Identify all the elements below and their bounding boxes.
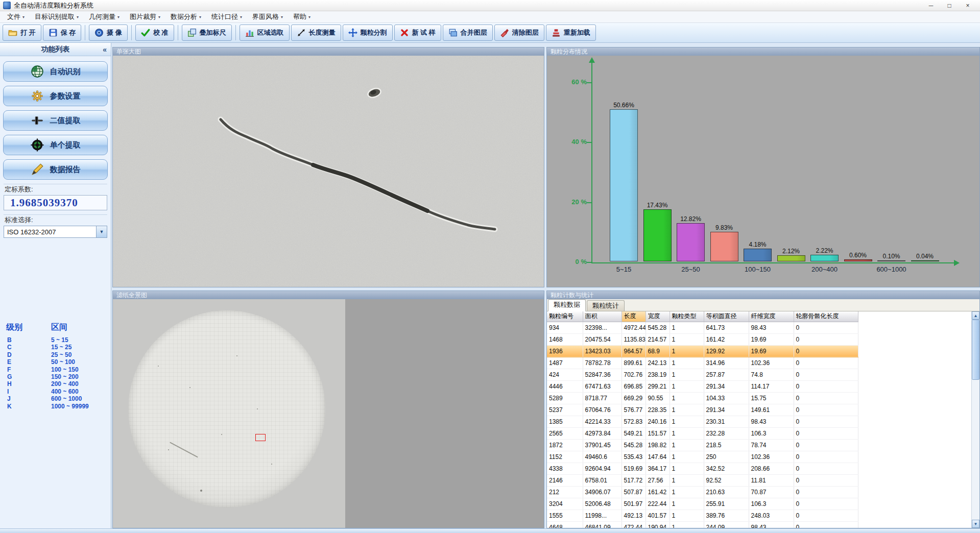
menu-item[interactable]: 目标识别提取 ▾	[30, 11, 84, 22]
menu-item[interactable]: 帮助 ▾	[288, 11, 316, 22]
table-cell: 2565	[547, 427, 583, 439]
table-row[interactable]: 146820475.541135.83214.571161.4219.690	[547, 333, 858, 345]
column-header[interactable]: 长度	[622, 311, 646, 322]
menu-item[interactable]: 文件 ▾	[2, 11, 30, 22]
sidebar-button[interactable]: 参数设置	[3, 86, 108, 106]
table-row[interactable]: 93432398...4972.44545.281641.7398.430	[547, 322, 858, 333]
table-row[interactable]: 256542973.84549.21151.571232.28106.30	[547, 427, 858, 439]
filter-paper-image[interactable]	[128, 310, 325, 507]
selection-rectangle[interactable]	[255, 434, 266, 441]
column-header[interactable]: 宽度	[646, 311, 670, 322]
table-row[interactable]: 523767064.76576.77228.351291.34149.610	[547, 404, 858, 416]
table-row[interactable]: 21466758.01517.7227.56192.5211.810	[547, 474, 858, 486]
toolbar-button[interactable]: 摄 像	[89, 25, 128, 41]
table-cell: 507.87	[622, 486, 646, 498]
toolbar-button[interactable]: 颗粒分割	[343, 25, 393, 41]
table-row[interactable]: 193613423.03964.5768.91129.9219.690	[547, 345, 858, 357]
chevron-down-icon: ▾	[158, 15, 160, 19]
chevron-down-icon: ▾	[199, 15, 201, 19]
tab-颗粒统计[interactable]: 颗粒统计	[587, 300, 625, 311]
table-row[interactable]: 433892604.94519.69364.171342.52208.660	[547, 463, 858, 474]
menu-item[interactable]: 图片裁剪 ▾	[125, 11, 165, 22]
toolbar-button-label: 长度测量	[309, 28, 336, 37]
table-row[interactable]: 444667471.63696.85299.211291.34114.170	[547, 380, 858, 392]
table-row[interactable]: 42452847.36702.76238.191257.8774.80	[547, 369, 858, 380]
table-row[interactable]: 320452006.48501.97222.441255.91106.30	[547, 498, 858, 510]
toolbar-button[interactable]: 长度测量	[291, 25, 341, 41]
table-row[interactable]: 115249460.6535.43147.641250102.360	[547, 451, 858, 463]
table-cell: 232.28	[704, 427, 749, 439]
column-header[interactable]: 面积	[583, 311, 622, 322]
table-cell: 8718.77	[583, 392, 622, 404]
table-row[interactable]: 187237901.45545.28198.821218.578.740	[547, 439, 858, 451]
table-cell: 52006.48	[583, 498, 622, 510]
statistics-panel: 颗粒计数与统计 颗粒数据颗粒统计 颗粒编号面积长度宽度颗粒类型等积圆直径纤维宽度…	[546, 290, 980, 528]
toolbar-button[interactable]: 清除图层	[494, 25, 544, 41]
scroll-down-icon[interactable]: ▼	[972, 520, 979, 528]
param-settings-icon	[31, 89, 44, 103]
sidebar-button[interactable]: 数据报告	[3, 159, 108, 180]
toolbar-button[interactable]: 合并图层	[443, 25, 493, 41]
toolbar-button[interactable]: 校 准	[135, 25, 174, 41]
column-header[interactable]: 颗粒类型	[670, 311, 704, 322]
table-cell: 198.82	[646, 439, 670, 451]
column-header[interactable]: 等积圆直径	[704, 311, 749, 322]
menu-item[interactable]: 几何测量 ▾	[84, 11, 125, 22]
panorama-view[interactable]	[113, 299, 544, 528]
y-tick-mark	[587, 142, 591, 143]
table-cell: 0	[794, 498, 858, 510]
sidebar-button[interactable]: 自动识别	[3, 61, 108, 82]
x-tick-label: 200~400	[802, 265, 848, 273]
scroll-up-icon[interactable]: ▲	[972, 311, 979, 320]
table-cell: 501.97	[622, 498, 646, 510]
toolbar-button[interactable]: 保 存	[43, 25, 82, 41]
table-vertical-scrollbar[interactable]: ▲ ▼	[971, 311, 979, 528]
toolbar-button[interactable]: 叠加标尺	[182, 25, 232, 41]
table-cell: 222.44	[646, 498, 670, 510]
menu-item[interactable]: 统计口径 ▾	[206, 11, 247, 22]
tab-颗粒数据[interactable]: 颗粒数据	[548, 299, 586, 311]
chevron-down-icon[interactable]: ▼	[96, 226, 107, 237]
table-cell: 98.43	[749, 322, 794, 333]
menu-item[interactable]: 数据分析 ▾	[165, 11, 206, 22]
length-measure-icon	[297, 28, 306, 37]
table-row[interactable]: 52898718.77669.2990.551104.3315.750	[547, 392, 858, 404]
table-cell: 4446	[547, 380, 583, 392]
sidebar-collapse-button[interactable]: «	[103, 43, 107, 56]
table-cell: 106.3	[749, 498, 794, 510]
menu-item[interactable]: 界面风格 ▾	[247, 11, 288, 22]
level-range: 200 ~ 400	[51, 380, 79, 387]
table-row[interactable]: 155511998...492.13401.571389.76248.030	[547, 510, 858, 521]
table-row[interactable]: 138542214.33572.83240.161230.3198.430	[547, 416, 858, 427]
table-cell: 669.29	[622, 392, 646, 404]
close-button[interactable]: ×	[959, 0, 977, 11]
column-header[interactable]: 轮廓骨骼化长度	[794, 311, 858, 322]
table-row[interactable]: 148778782.78899.61242.131314.96102.360	[547, 357, 858, 369]
single-image-view[interactable]	[113, 56, 544, 287]
scrollbar-thumb[interactable]	[972, 320, 979, 380]
panorama-image-area[interactable]	[113, 299, 345, 528]
table-cell: 238.19	[646, 369, 670, 380]
maximize-button[interactable]: □	[940, 0, 959, 11]
sidebar-button-label: 自动识别	[50, 67, 81, 77]
toolbar-button[interactable]: 重新加载	[546, 25, 596, 41]
table-row[interactable]: 464846841.09472.44190.941244.0998.430	[547, 521, 858, 528]
column-header[interactable]: 颗粒编号	[547, 311, 583, 322]
toolbar-button[interactable]: 打 开	[3, 25, 41, 41]
table-cell: 899.61	[622, 357, 646, 369]
toolbar-button[interactable]: 区域选取	[240, 25, 290, 41]
horizontal-scrollbar[interactable]	[0, 528, 980, 533]
table-cell: 1	[670, 333, 704, 345]
table-cell: 1	[670, 404, 704, 416]
sidebar-button[interactable]: 二值提取	[3, 110, 108, 131]
minimize-button[interactable]: ─	[922, 0, 940, 11]
table-cell: 291.34	[704, 380, 749, 392]
standard-select[interactable]: ISO 16232-2007 ▼	[4, 226, 107, 238]
table-row[interactable]: 21234906.07507.87161.421210.6370.870	[547, 486, 858, 498]
table-cell: 230.31	[704, 416, 749, 427]
table-cell: 78.74	[749, 439, 794, 451]
toolbar-button[interactable]: 新 试 样	[394, 25, 441, 41]
level-range: 15 ~ 25	[51, 344, 71, 351]
column-header[interactable]: 纤维宽度	[749, 311, 794, 322]
sidebar-button[interactable]: 单个提取	[3, 135, 108, 155]
